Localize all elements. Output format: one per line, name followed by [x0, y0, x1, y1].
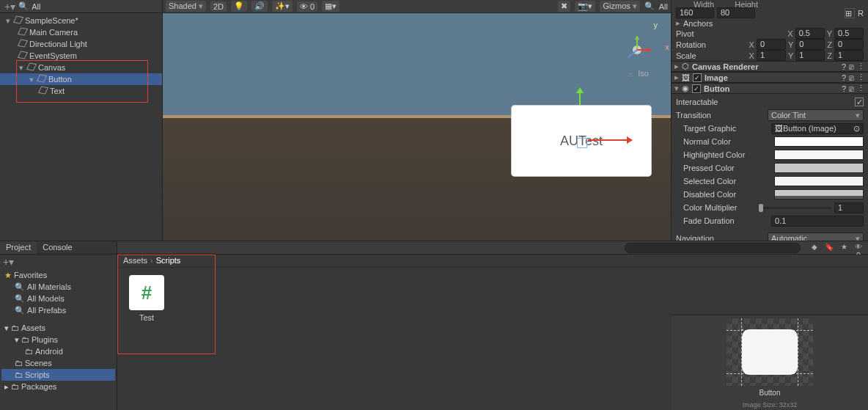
normal-color-field[interactable] — [774, 136, 864, 147]
pressed-color-field[interactable] — [774, 163, 864, 173]
main-camera-row[interactable]: Main Camera — [0, 26, 162, 38]
text-row[interactable]: Text — [0, 85, 162, 97]
assets-row[interactable]: ▾🗀Assets — [1, 322, 115, 334]
iso-icon: ≡ — [628, 70, 633, 79]
camera-settings[interactable]: 📷▾ — [575, 1, 595, 12]
gizmos-dropdown[interactable]: Gizmos — [600, 1, 639, 12]
move-gizmo-center[interactable] — [577, 138, 587, 148]
selected-color-label: Selected Color — [676, 177, 771, 186]
favorites-row[interactable]: ★Favorites — [1, 269, 115, 281]
lighting-toggle[interactable]: 💡 — [231, 1, 247, 12]
plugins-row[interactable]: ▾🗀Plugins — [1, 334, 115, 345]
unity-icon — [15, 16, 23, 25]
scenes-row[interactable]: 🗀Scenes — [1, 357, 115, 369]
blueprint-icon[interactable]: R — [858, 9, 864, 18]
button-header[interactable]: ▾◉Button?⎚⋮ — [672, 83, 868, 94]
interactable-checkbox[interactable]: ✓ — [855, 98, 864, 106]
menu-icon[interactable]: ⋮ — [857, 73, 865, 82]
scl-z[interactable]: 1 — [834, 50, 864, 61]
eventsystem-row[interactable]: EventSystem — [0, 50, 162, 62]
highlighted-color-field[interactable] — [774, 150, 864, 160]
button-enabled-checkbox[interactable] — [692, 84, 701, 93]
scene-row[interactable]: ▾ SampleScene* — [0, 15, 162, 26]
tools-toggle[interactable]: ✖ — [558, 1, 570, 12]
fade-duration-field[interactable]: 0.1 — [771, 216, 864, 227]
all-models-row[interactable]: 🔍All Models — [1, 293, 115, 304]
rot-x[interactable]: 0 — [757, 39, 786, 50]
height-field[interactable]: 80 — [717, 7, 755, 18]
component-icon: ◉ — [682, 84, 689, 93]
pivot-y-field[interactable]: 0.5 — [834, 28, 864, 39]
fade-duration-label: Fade Duration — [676, 216, 768, 225]
help-icon[interactable]: ? — [842, 62, 846, 71]
highlighted-color-label: Highlighted Color — [676, 150, 771, 159]
width-field[interactable]: 160 — [676, 7, 714, 18]
audio-toggle[interactable]: 🔊 — [251, 1, 268, 12]
menu-icon[interactable]: ⋮ — [857, 62, 865, 71]
pressed-color-label: Pressed Color — [676, 164, 771, 172]
hidden-count[interactable]: 👁 0 — [297, 1, 317, 12]
scene-viewport[interactable]: y x Iso ≡ AUTest — [163, 13, 671, 241]
scene-name: SampleScene* — [25, 16, 78, 25]
shading-mode-dropdown[interactable]: Shaded — [166, 1, 206, 12]
hierarchy-panel: +▾ 🔍 All ▾ SampleScene* Main Camera Dire… — [0, 0, 163, 241]
hidden-packages-icon[interactable]: 👁9 — [853, 243, 864, 253]
folder-icon: 🗀 — [25, 347, 33, 356]
anchor-preset-icon[interactable]: ⊞ — [845, 8, 855, 18]
menu-icon[interactable]: ⋮ — [857, 84, 865, 93]
hierarchy-search-hint[interactable]: All — [32, 2, 40, 11]
breadcrumb-assets[interactable]: Assets — [123, 256, 147, 266]
preset-icon[interactable]: ⎚ — [849, 84, 854, 93]
sprite-preview — [727, 318, 813, 386]
all-prefabs-row[interactable]: 🔍All Prefabs — [1, 304, 115, 316]
rot-y[interactable]: 0 — [795, 39, 825, 50]
transition-dropdown[interactable]: Color Tint — [768, 109, 864, 121]
scl-y[interactable]: 1 — [795, 50, 825, 61]
pivot-x-field[interactable]: 0.5 — [795, 28, 825, 39]
image-enabled-checkbox[interactable] — [693, 73, 702, 82]
target-graphic-label: Target Graphic — [676, 124, 768, 133]
directional-light-row[interactable]: Directional Light — [0, 38, 162, 50]
all-materials-row[interactable]: 🔍All Materials — [1, 281, 115, 293]
scl-x[interactable]: 1 — [757, 50, 786, 61]
orientation-gizmo[interactable] — [622, 35, 652, 65]
projection-label[interactable]: Iso — [638, 69, 649, 78]
color-multiplier-slider[interactable] — [759, 207, 831, 209]
console-tab[interactable]: Console — [37, 241, 78, 254]
project-search[interactable] — [625, 243, 801, 253]
rot-z[interactable]: 0 — [834, 39, 864, 50]
image-header[interactable]: ▸🖼Image?⎚⋮ — [672, 72, 868, 83]
canvas-row[interactable]: ▾Canvas — [0, 62, 162, 73]
help-icon[interactable]: ? — [842, 84, 846, 93]
folder-icon: 🗀 — [21, 335, 29, 344]
help-icon[interactable]: ? — [842, 73, 846, 82]
create-dropdown[interactable]: +▾ — [4, 1, 15, 12]
star-icon: ★ — [4, 271, 12, 280]
rotation-label: Rotation — [676, 40, 746, 49]
grid-dropdown[interactable]: ▦▾ — [322, 1, 339, 12]
android-row[interactable]: 🗀Android — [1, 345, 115, 357]
button-row[interactable]: ▾Button — [0, 73, 162, 85]
preset-icon[interactable]: ⎚ — [849, 62, 854, 71]
packages-row[interactable]: ▸🗀Packages — [1, 381, 115, 392]
scene-search-hint[interactable]: All — [659, 2, 668, 11]
disabled-color-label: Disabled Color — [676, 190, 771, 199]
filter-by-label-icon[interactable]: 🔖 — [824, 243, 834, 253]
disabled-color-field[interactable] — [774, 189, 864, 199]
breadcrumb-scripts[interactable]: Scripts — [156, 256, 181, 266]
project-tab[interactable]: Project — [0, 241, 37, 254]
selected-color-field[interactable] — [774, 176, 864, 186]
canvas-renderer-header[interactable]: ▸⬡Canvas Renderer?⎚⋮ — [672, 61, 868, 72]
navigation-dropdown[interactable]: Automatic — [768, 233, 864, 241]
color-multiplier-field[interactable]: 1 — [834, 202, 864, 213]
favorite-filter-icon[interactable]: ★ — [839, 243, 849, 253]
filter-by-type-icon[interactable]: ◆ — [809, 243, 820, 253]
target-graphic-field[interactable]: 🖼Button (Image)⊙ — [771, 123, 864, 134]
preset-icon[interactable]: ⎚ — [849, 73, 854, 82]
move-gizmo-x[interactable] — [588, 139, 630, 141]
asset-test[interactable]: # Test — [125, 275, 169, 322]
2d-toggle[interactable]: 2D — [210, 1, 227, 12]
fx-toggle[interactable]: ✨▾ — [272, 1, 293, 12]
scripts-row[interactable]: 🗀Scripts — [1, 369, 115, 381]
anchors-foldout[interactable]: ▸Anchors — [672, 18, 868, 28]
